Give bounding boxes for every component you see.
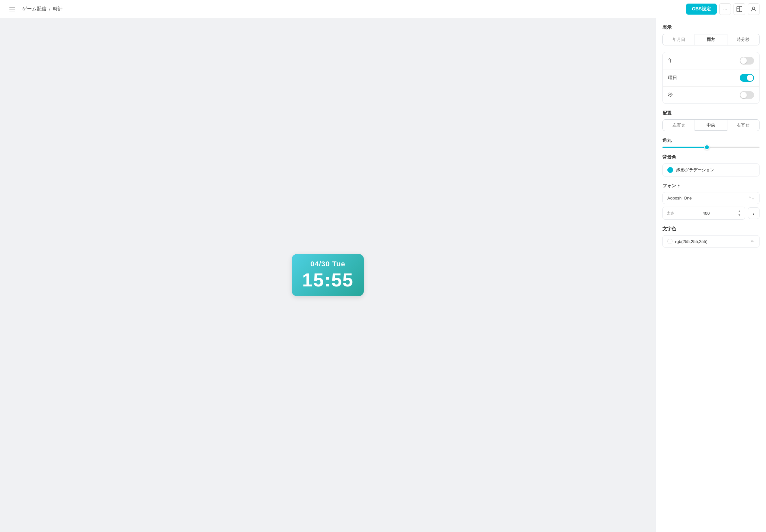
- toggle-knob-seconds: [740, 92, 747, 98]
- text-color-title: 文字色: [663, 226, 760, 232]
- toggle-weekday[interactable]: [740, 74, 754, 82]
- bg-color-row[interactable]: 線形グラデーション: [663, 163, 760, 176]
- font-size-input[interactable]: 太さ 400 ▲ ▼: [663, 207, 745, 220]
- font-size-down[interactable]: ▼: [738, 213, 741, 217]
- toggle-section: 年 曜日 秒: [663, 52, 760, 104]
- slider-fill: [663, 147, 706, 148]
- hamburger-button[interactable]: [6, 3, 18, 15]
- seg-btn-date[interactable]: 年月日: [663, 34, 695, 45]
- font-size-value: 400: [703, 211, 710, 216]
- obs-settings-button[interactable]: OBS設定: [686, 4, 717, 15]
- header-left: ゲーム配信 / 時計: [6, 3, 63, 15]
- user-icon: [751, 6, 757, 12]
- font-size-row: 太さ 400 ▲ ▼ I: [663, 207, 760, 220]
- seg-btn-both[interactable]: 両方: [695, 34, 727, 45]
- bg-color-title: 背景色: [663, 154, 760, 160]
- hamburger-icon: [9, 7, 15, 11]
- dropdown-arrow-icon: ⌃⌄: [748, 196, 755, 200]
- display-section: 表示 年月日 両方 時分秒: [663, 25, 760, 45]
- toggle-label-seconds: 秒: [668, 92, 673, 98]
- breadcrumb-item-2[interactable]: 時計: [53, 6, 63, 12]
- edit-icon[interactable]: ✏: [751, 239, 755, 244]
- toggle-knob-weekday: [747, 75, 753, 81]
- preview-area: 04/30 Tue 15:55: [0, 18, 656, 532]
- corner-section: 角丸: [663, 138, 760, 148]
- bg-color-section: 背景色 線形グラデーション: [663, 154, 760, 176]
- font-size-spinners: ▲ ▼: [738, 210, 741, 217]
- seg-btn-left[interactable]: 左寄せ: [663, 120, 695, 131]
- font-section-title: フォント: [663, 183, 760, 189]
- corner-slider[interactable]: [663, 147, 760, 148]
- font-size-label: 太さ: [667, 211, 675, 216]
- display-section-title: 表示: [663, 25, 760, 30]
- seg-btn-center[interactable]: 中央: [695, 120, 727, 131]
- user-button[interactable]: [748, 3, 760, 15]
- text-color-value: rgb(255,255,255): [675, 239, 708, 244]
- ellipsis-icon: ···: [723, 6, 727, 11]
- main-layout: 04/30 Tue 15:55 表示 年月日 両方 時分秒 年 曜日: [0, 0, 766, 532]
- toggle-row-seconds: 秒: [663, 87, 759, 103]
- font-size-up[interactable]: ▲: [738, 210, 741, 213]
- breadcrumb: ゲーム配信 / 時計: [22, 6, 63, 12]
- text-color-dot: [667, 239, 673, 244]
- layout-button[interactable]: [734, 3, 745, 15]
- layout-section: 配置 左寄せ 中央 右寄せ: [663, 110, 760, 131]
- toggle-row-weekday: 曜日: [663, 69, 759, 87]
- bg-color-label: 線形グラデーション: [676, 167, 714, 173]
- header-right: OBS設定 ···: [686, 3, 760, 15]
- app-header: ゲーム配信 / 時計 OBS設定 ···: [0, 0, 766, 18]
- breadcrumb-separator: /: [49, 6, 50, 12]
- clock-widget: 04/30 Tue 15:55: [292, 254, 364, 296]
- font-section: フォント Aoboshi One ⌃⌄ 太さ 400 ▲ ▼ I: [663, 183, 760, 220]
- layout-segmented-control: 左寄せ 中央 右寄せ: [663, 119, 760, 131]
- toggle-label-weekday: 曜日: [668, 75, 677, 81]
- font-name-label: Aoboshi One: [667, 196, 692, 200]
- breadcrumb-item-1[interactable]: ゲーム配信: [22, 6, 46, 12]
- display-segmented-control: 年月日 両方 時分秒: [663, 34, 760, 45]
- font-dropdown[interactable]: Aoboshi One ⌃⌄: [663, 192, 760, 204]
- clock-date: 04/30 Tue: [302, 260, 353, 268]
- italic-button[interactable]: I: [748, 207, 760, 219]
- text-color-section: 文字色 rgb(255,255,255) ✏: [663, 226, 760, 248]
- text-color-inner: rgb(255,255,255): [667, 239, 708, 244]
- toggle-label-year: 年: [668, 58, 673, 64]
- text-color-row[interactable]: rgb(255,255,255) ✏: [663, 235, 760, 248]
- toggle-knob-year: [740, 57, 747, 64]
- corner-section-title: 角丸: [663, 138, 760, 143]
- bg-color-dot: [667, 167, 673, 173]
- layout-icon: [736, 6, 742, 12]
- clock-time: 15:55: [302, 270, 353, 290]
- more-button[interactable]: ···: [719, 3, 731, 15]
- layout-section-title: 配置: [663, 110, 760, 116]
- seg-btn-right[interactable]: 右寄せ: [727, 120, 759, 131]
- toggle-seconds[interactable]: [740, 91, 754, 99]
- toggle-year[interactable]: [740, 57, 754, 65]
- seg-btn-time[interactable]: 時分秒: [727, 34, 759, 45]
- toggle-row-year: 年: [663, 52, 759, 69]
- slider-thumb[interactable]: [704, 145, 710, 150]
- side-panel: 表示 年月日 両方 時分秒 年 曜日 秒: [656, 18, 766, 532]
- svg-point-3: [753, 7, 755, 9]
